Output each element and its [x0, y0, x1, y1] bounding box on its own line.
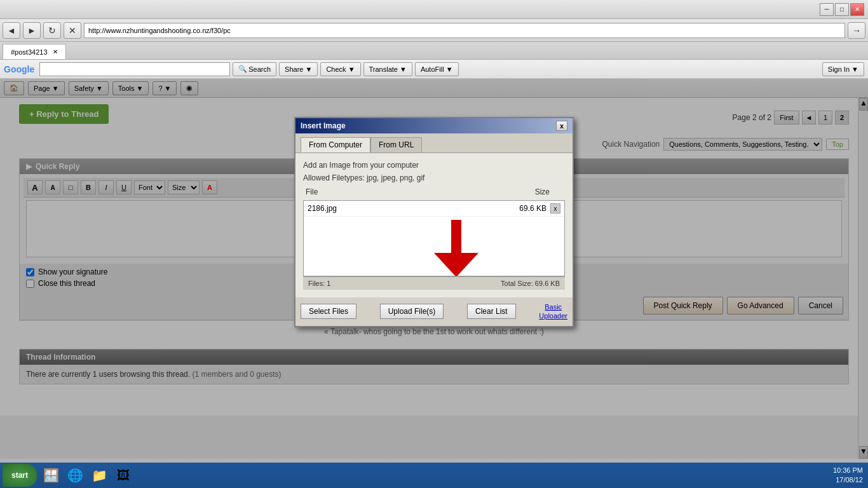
tab-from-computer[interactable]: From Computer — [301, 137, 370, 152]
insert-image-modal: Insert Image x From Computer From URL Ad… — [294, 117, 574, 327]
share-button[interactable]: Share ▼ — [279, 62, 318, 76]
clear-list-button[interactable]: Clear List — [467, 304, 516, 319]
taskbar-icon-folder[interactable]: 📁 — [88, 464, 111, 486]
search-button[interactable]: 🔍 Search — [233, 62, 276, 76]
autofill-button[interactable]: AutoFill ▼ — [415, 62, 459, 76]
modal-body: From Computer From URL Add an Image from… — [295, 133, 573, 326]
modal-desc-line2: Allowed Filetypes: jpg, jpeg, png, gif — [303, 173, 565, 182]
maximize-button[interactable]: □ — [835, 3, 849, 16]
google-search-input[interactable] — [39, 62, 230, 76]
modal-overlay: Insert Image x From Computer From URL Ad… — [0, 98, 868, 459]
clock-date: 17/08/12 — [833, 475, 863, 485]
taskbar-icon-ie[interactable]: 🌐 — [64, 464, 86, 486]
select-files-button[interactable]: Select Files — [301, 304, 356, 319]
taskbar-icon-image[interactable]: 🖼 — [112, 464, 135, 486]
minimize-button[interactable]: ─ — [820, 3, 834, 16]
address-bar[interactable] — [84, 23, 845, 38]
modal-titlebar: Insert Image x — [295, 118, 573, 133]
size-col-header: Size — [394, 186, 565, 198]
browser-nav: ◄ ► ↻ ✕ → — [0, 19, 868, 42]
file-list-area: 2186.jpg 69.6 KB x — [303, 200, 565, 276]
file-name: 2186.jpg — [308, 204, 337, 213]
start-button[interactable]: start — [3, 464, 37, 487]
modal-tab-content: Add an Image from your computer Allowed … — [295, 153, 573, 297]
modal-desc-line1: Add an Image from your computer — [303, 161, 565, 170]
total-size: Total Size: 69.6 KB — [501, 280, 560, 287]
forward-button[interactable]: ► — [23, 22, 41, 39]
modal-title: Insert Image — [301, 121, 346, 130]
basic-uploader-link[interactable]: Basic Uploader — [539, 302, 567, 321]
taskbar-icons: 🪟 🌐 📁 🖼 — [39, 464, 135, 486]
taskbar-icon-windows[interactable]: 🪟 — [39, 464, 62, 486]
page-content: + Reply to Thread Page 2 of 2 First ◄ 1 … — [0, 98, 868, 459]
translate-button[interactable]: Translate ▼ — [363, 62, 412, 76]
go-button[interactable]: → — [848, 22, 865, 39]
files-count: Files: 1 — [308, 280, 330, 287]
svg-marker-1 — [434, 253, 478, 276]
check-button[interactable]: Check ▼ — [320, 62, 360, 76]
active-tab[interactable]: #post34213 ✕ — [3, 44, 66, 59]
svg-rect-0 — [451, 220, 461, 255]
clock-time: 10:36 PM — [833, 466, 863, 475]
tab-label: #post34213 — [11, 48, 48, 56]
search-icon: 🔍 — [238, 65, 247, 73]
browser-titlebar: ─ □ ✕ — [0, 0, 868, 19]
modal-close-button[interactable]: x — [556, 121, 567, 131]
titlebar-controls: ─ □ ✕ — [820, 3, 864, 16]
file-size: 69.6 KB — [519, 204, 546, 213]
system-clock: 10:36 PM 17/08/12 — [833, 466, 863, 485]
modal-tabs: From Computer From URL — [295, 133, 573, 153]
sign-in-button[interactable]: Sign In ▼ — [822, 62, 864, 76]
taskbar-right: 10:36 PM 17/08/12 — [833, 466, 868, 485]
stop-button[interactable]: ✕ — [64, 22, 81, 39]
refresh-button[interactable]: ↻ — [43, 22, 61, 39]
close-button[interactable]: ✕ — [850, 3, 864, 16]
google-toolbar: Google 🔍 Search Share ▼ Check ▼ Translat… — [0, 60, 868, 79]
tab-bar: #post34213 ✕ — [0, 42, 868, 60]
taskbar: start 🪟 🌐 📁 🖼 10:36 PM 17/08/12 — [0, 463, 868, 488]
back-button[interactable]: ◄ — [3, 22, 20, 39]
file-remove-button[interactable]: x — [550, 203, 560, 214]
google-logo: Google — [4, 64, 34, 74]
tab-from-url[interactable]: From URL — [370, 137, 422, 152]
file-entry: 2186.jpg 69.6 KB x — [304, 201, 564, 217]
tab-close-icon[interactable]: ✕ — [53, 48, 58, 55]
modal-status-bar: Files: 1 Total Size: 69.6 KB — [303, 276, 565, 290]
file-col-header: File — [303, 186, 394, 198]
upload-files-button[interactable]: Upload File(s) — [380, 304, 444, 319]
file-table: File Size — [303, 186, 565, 198]
modal-actions: Select Files Upload File(s) Clear List B… — [295, 297, 573, 326]
